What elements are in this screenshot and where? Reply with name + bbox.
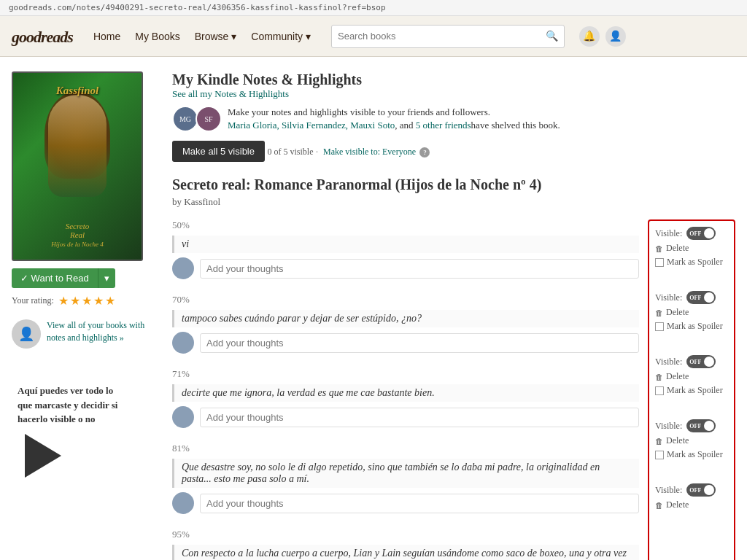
nav-links: Home My Books Browse ▾ Community ▾ bbox=[88, 28, 317, 45]
visible-label-4: Visible: bbox=[655, 485, 682, 496]
main-container: Kassfinol SecretoRealHijos de la Noche 4… bbox=[0, 57, 747, 560]
control-visible-row-1: Visible: OFF bbox=[655, 291, 728, 304]
toggle-off-text-2: OFF bbox=[689, 359, 701, 365]
thoughts-avatar-0 bbox=[172, 257, 194, 279]
thoughts-avatar-3 bbox=[172, 492, 194, 514]
thoughts-avatar-1 bbox=[172, 332, 194, 354]
trash-icon-3: 🗑 bbox=[655, 437, 663, 446]
thoughts-input-2[interactable] bbox=[200, 408, 639, 427]
nav-community[interactable]: Community ▾ bbox=[245, 28, 317, 45]
toggle-knob-1 bbox=[704, 292, 714, 303]
want-to-read-button[interactable]: ✓ Want to Read bbox=[12, 268, 98, 288]
spoiler-label-0: Mark as Spoiler bbox=[667, 257, 723, 268]
toggle-off-text-4: OFF bbox=[689, 487, 701, 494]
visible-label-2: Visible: bbox=[655, 357, 682, 368]
view-all-notes-link[interactable]: View all of your books with notes and hi… bbox=[47, 319, 158, 344]
other-friends-link[interactable]: 5 other friends bbox=[416, 120, 471, 131]
spoiler-row-0: Mark as Spoiler bbox=[655, 257, 728, 268]
friends-and: , and bbox=[395, 120, 416, 131]
toggle-1[interactable]: OFF bbox=[686, 291, 716, 304]
spoiler-label-2: Mark as Spoiler bbox=[667, 385, 723, 396]
spoiler-checkbox-0[interactable] bbox=[655, 258, 664, 267]
nav-home[interactable]: Home bbox=[88, 28, 126, 45]
delete-label-3: Delete bbox=[666, 435, 689, 446]
spoiler-label-3: Mark as Spoiler bbox=[667, 449, 723, 460]
delete-3[interactable]: 🗑 Delete bbox=[655, 435, 728, 446]
star-3[interactable]: ★ bbox=[82, 294, 92, 308]
search-box[interactable]: 🔍 bbox=[331, 25, 565, 48]
toggle-0[interactable]: OFF bbox=[686, 227, 716, 240]
highlight-entry-1: 70% tampoco sabes cuándo parar y dejar d… bbox=[172, 294, 639, 354]
thoughts-input-3[interactable] bbox=[200, 494, 639, 513]
spoiler-checkbox-2[interactable] bbox=[655, 386, 664, 395]
add-thoughts-row-2 bbox=[172, 406, 639, 428]
want-to-read-dropdown[interactable]: ▾ bbox=[98, 268, 115, 288]
delete-1[interactable]: 🗑 Delete bbox=[655, 307, 728, 318]
nav-browse[interactable]: Browse ▾ bbox=[189, 28, 243, 45]
arrow-right-icon bbox=[25, 434, 61, 478]
cover-figure-decoration bbox=[48, 95, 107, 197]
toggle-2[interactable]: OFF bbox=[686, 355, 716, 368]
spoiler-checkbox-1[interactable] bbox=[655, 322, 664, 331]
spoiler-checkbox-3[interactable] bbox=[655, 451, 664, 459]
friend-name-1[interactable]: Maria Gloria, Silvia Fernandez, Mauxi So… bbox=[228, 120, 395, 131]
control-entry-4: Visible: OFF 🗑 Delete bbox=[655, 483, 728, 510]
control-visible-row-2: Visible: OFF bbox=[655, 355, 728, 368]
delete-4[interactable]: 🗑 Delete bbox=[655, 499, 728, 510]
friends-section: MG SF Make your notes and highlights vis… bbox=[172, 106, 735, 132]
your-rating-label: Your rating: bbox=[12, 295, 54, 306]
view-all-notes-section: 👤 View all of your books with notes and … bbox=[12, 319, 158, 349]
toggle-3[interactable]: OFF bbox=[686, 419, 716, 432]
make-visible-to-link[interactable]: Make visible to: Everyone bbox=[323, 147, 416, 157]
highlights-main: 50% vi 70% tampoco sabes cuándo parar y … bbox=[172, 219, 639, 560]
thoughts-input-1[interactable] bbox=[200, 333, 639, 353]
highlight-entry-0: 50% vi bbox=[172, 219, 639, 279]
toggle-off-text-0: OFF bbox=[689, 230, 701, 237]
friends-main-text: Make your notes and highlights visible t… bbox=[228, 106, 490, 117]
make-all-visible-button[interactable]: Make all 5 visible bbox=[172, 141, 265, 162]
star-1[interactable]: ★ bbox=[58, 294, 69, 308]
navbar: goodreads Home My Books Browse ▾ Communi… bbox=[0, 16, 747, 57]
spoiler-row-2: Mark as Spoiler bbox=[655, 385, 728, 396]
notifications-icon[interactable]: 🔔 bbox=[579, 26, 600, 47]
delete-2[interactable]: 🗑 Delete bbox=[655, 371, 728, 382]
see-all-notes-link[interactable]: See all my Notes & Highlights bbox=[172, 88, 289, 99]
control-entry-1: Visible: OFF 🗑 Delete Mark as Spoiler bbox=[655, 291, 728, 332]
thoughts-input-0[interactable] bbox=[200, 259, 639, 279]
delete-0[interactable]: 🗑 Delete bbox=[655, 243, 728, 254]
trash-icon-0: 🗑 bbox=[655, 244, 663, 253]
arrow-indicator bbox=[18, 434, 123, 478]
toggle-knob-0 bbox=[704, 228, 714, 238]
info-icon[interactable]: ? bbox=[419, 147, 430, 158]
kindle-notes-title: My Kindle Notes & Highlights bbox=[172, 71, 735, 88]
trash-icon-1: 🗑 bbox=[655, 308, 663, 317]
kindle-notes-header: My Kindle Notes & Highlights See all my … bbox=[172, 71, 735, 100]
annotation-box: Aquí puedes ver todo lo que marcaste y d… bbox=[12, 378, 128, 483]
search-input[interactable] bbox=[338, 31, 546, 42]
toggle-4[interactable]: OFF bbox=[686, 483, 716, 497]
friends-text-block: Make your notes and highlights visible t… bbox=[228, 106, 560, 132]
user-avatar-icon[interactable]: 👤 bbox=[605, 26, 626, 47]
highlight-percent-2: 71% bbox=[172, 368, 639, 380]
toggle-knob-4 bbox=[704, 485, 714, 495]
control-entry-2: Visible: OFF 🗑 Delete Mark as Spoiler bbox=[655, 355, 728, 396]
nav-my-books[interactable]: My Books bbox=[129, 28, 185, 45]
friends-avatars: MG SF bbox=[172, 106, 222, 132]
left-sidebar: Kassfinol SecretoRealHijos de la Noche 4… bbox=[12, 71, 158, 560]
visible-label-1: Visible: bbox=[655, 292, 682, 303]
site-logo[interactable]: goodreads bbox=[12, 26, 73, 47]
star-4[interactable]: ★ bbox=[93, 294, 104, 308]
spoiler-row-1: Mark as Spoiler bbox=[655, 321, 728, 332]
star-5[interactable]: ★ bbox=[105, 294, 115, 308]
star-2[interactable]: ★ bbox=[70, 294, 80, 308]
toggle-knob-2 bbox=[704, 357, 714, 367]
control-visible-row-4: Visible: OFF bbox=[655, 483, 728, 497]
highlight-percent-3: 81% bbox=[172, 443, 639, 454]
book-cover: Kassfinol SecretoRealHijos de la Noche 4 bbox=[12, 71, 143, 261]
book-main-title: Secreto real: Romance Paranormal (Hijos … bbox=[172, 176, 735, 193]
highlights-controls-panel: Visible: OFF 🗑 Delete Mark as Spoiler bbox=[648, 219, 735, 560]
highlight-entry-4: 95% Con respecto a la lucha cuerpo a cue… bbox=[172, 529, 639, 560]
delete-label-0: Delete bbox=[666, 243, 689, 254]
url-text: goodreads.com/notes/49400291-secreto-rea… bbox=[9, 3, 386, 12]
add-thoughts-row-0 bbox=[172, 257, 639, 279]
